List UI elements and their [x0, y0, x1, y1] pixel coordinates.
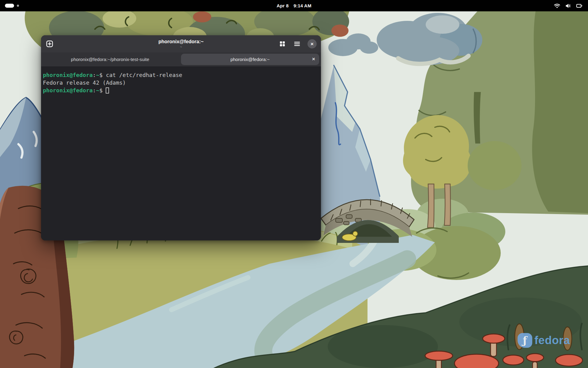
terminal-content[interactable]: phoronix@fedora:~$ cat /etc/redhat-relea… — [41, 67, 321, 240]
menu-button[interactable] — [293, 40, 301, 48]
prompt-dollar: $ — [99, 72, 103, 78]
fedora-logo-icon: ƒ — [518, 333, 532, 348]
close-window-button[interactable]: × — [307, 39, 317, 48]
tab-overview-button[interactable] — [278, 40, 287, 48]
terminal-line-command: phoronix@fedora:~$ cat /etc/redhat-relea… — [43, 71, 318, 79]
close-icon: × — [311, 41, 314, 47]
tab-close-icon[interactable]: × — [312, 56, 315, 62]
prompt-user: phoronix@fedora — [43, 87, 93, 94]
prompt-dollar: $ — [99, 87, 103, 94]
clock-date: Apr 8 — [277, 3, 288, 8]
tab-home[interactable]: phoronix@fedora:~ × — [181, 54, 319, 65]
tab-bar: phoronix@fedora:~/phoronix-test-suite ph… — [41, 52, 321, 67]
fedora-logo: ƒ fedora — [518, 333, 570, 348]
titlebar-controls: × — [278, 39, 317, 48]
tab-label: phoronix@fedora:~ — [230, 57, 270, 62]
tab-label: phoronix@fedora:~/phoronix-test-suite — [71, 57, 149, 62]
command-text: cat /etc/redhat-release — [103, 72, 182, 78]
prompt-colon: : — [93, 87, 96, 94]
system-status-area[interactable] — [554, 0, 583, 11]
prompt-path: ~ — [96, 72, 99, 78]
prompt-user: phoronix@fedora — [43, 72, 93, 78]
terminal-cursor — [106, 87, 109, 94]
clock[interactable]: Apr 8 9:14 AM — [0, 0, 588, 11]
terminal-line-prompt: phoronix@fedora:~$ — [43, 86, 318, 94]
wifi-icon[interactable] — [554, 2, 560, 9]
prompt-path: ~ — [96, 87, 99, 94]
tab-phoronix-test-suite[interactable]: phoronix@fedora:~/phoronix-test-suite — [41, 52, 179, 66]
volume-icon[interactable] — [565, 2, 571, 9]
prompt-colon: : — [93, 72, 96, 78]
terminal-window: phoronix@fedora:~ ~ × — [41, 35, 321, 240]
window-title: phoronix@fedora:~ — [158, 39, 204, 44]
terminal-line-output: Fedora release 42 (Adams) — [43, 79, 318, 86]
battery-charging-icon[interactable] — [576, 2, 583, 9]
new-tab-button[interactable] — [45, 40, 54, 48]
terminal-titlebar[interactable]: phoronix@fedora:~ ~ × — [41, 35, 321, 52]
fedora-wordmark: fedora — [534, 334, 570, 347]
clock-time: 9:14 AM — [293, 3, 311, 8]
gnome-top-bar: Apr 8 9:14 AM — [0, 0, 588, 11]
window-subtitle: ~ — [180, 45, 182, 49]
